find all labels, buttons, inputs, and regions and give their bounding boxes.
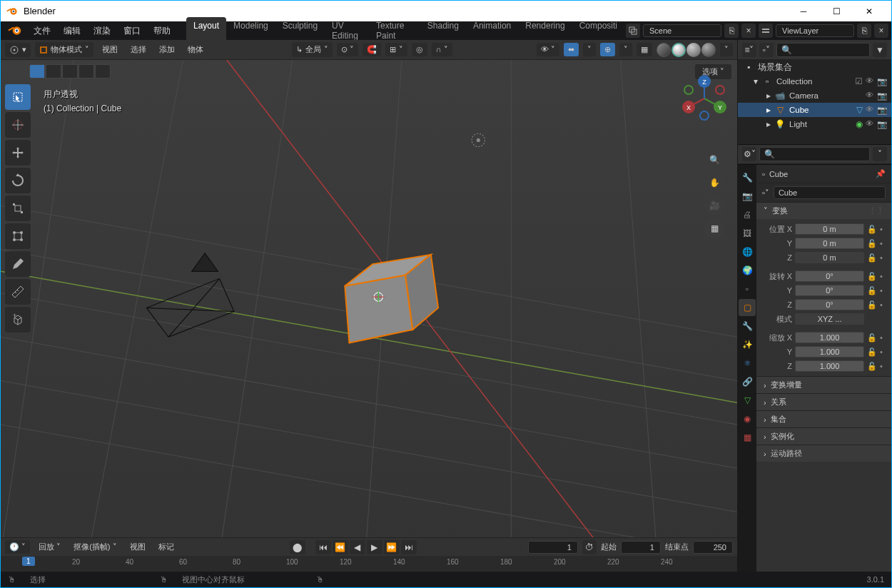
gizmo-dropdown[interactable]: ˅ (583, 43, 596, 56)
eye-icon[interactable]: 👁 (866, 91, 874, 101)
lock-icon[interactable]: 🔓 (867, 272, 877, 281)
camera-icon[interactable]: 📷 (877, 105, 887, 115)
maximize-button[interactable]: ☐ (820, 1, 853, 22)
outliner-collection[interactable]: ▾▫Collection☑👁📷 (738, 74, 891, 88)
select-mode-tweak[interactable] (29, 64, 45, 78)
tl-menu-playback[interactable]: 回放 ˅ (34, 539, 65, 554)
pivot-dropdown[interactable]: ⊙ ˅ (337, 43, 358, 56)
ptab-particles[interactable]: ✨ (739, 336, 756, 353)
tool-add-cube[interactable]: + (5, 307, 31, 333)
select-mode-box[interactable] (46, 64, 61, 78)
play-button[interactable]: ▶ (367, 540, 382, 554)
menu-edit[interactable]: 编辑 (58, 22, 86, 40)
scene-name-field[interactable]: Scene (643, 24, 721, 37)
shading-dropdown[interactable]: ˅ (720, 43, 733, 56)
jump-end-button[interactable]: ⏭ (401, 540, 417, 554)
vp-menu-view[interactable]: 视图 (98, 42, 122, 57)
start-frame-field[interactable]: 1 (621, 541, 661, 554)
ptab-tool[interactable]: 🔧 (739, 169, 756, 186)
editor-type-dropdown[interactable]: ▾ (5, 43, 31, 57)
ptab-constraints[interactable]: 🔗 (739, 373, 756, 390)
select-mode-circle[interactable] (62, 64, 78, 78)
pin-icon[interactable]: 📌 (876, 169, 886, 178)
scale-x-field[interactable]: 1.000 (795, 332, 864, 343)
ptab-output[interactable]: 🖨 (739, 206, 756, 223)
xray-toggle[interactable]: ▦ (637, 43, 652, 56)
scene-browse-button[interactable] (626, 24, 640, 38)
overlay-dropdown[interactable]: ˅ (619, 43, 632, 56)
lock-icon[interactable]: 🔓 (867, 362, 877, 371)
playhead[interactable]: 1 (22, 557, 35, 566)
close-button[interactable]: ✕ (853, 1, 886, 22)
current-frame-field[interactable]: 1 (528, 541, 578, 554)
outliner-scene-collection[interactable]: ▪场景集合 (738, 60, 891, 74)
vp-menu-object[interactable]: 物体 (183, 42, 208, 57)
ptab-material[interactable]: ◉ (739, 410, 756, 427)
properties-breadcrumb[interactable]: ▫Cube📌 (756, 165, 891, 183)
eye-icon[interactable]: 👁 (866, 105, 874, 115)
viewlayer-browse-button[interactable] (759, 24, 773, 38)
viewlayer-new-button[interactable]: ⎘ (857, 24, 871, 38)
outliner-item-cube[interactable]: ▸▽Cube▽👁📷 (738, 103, 891, 117)
timeline-editor-type[interactable]: 🕐 ˅ (5, 540, 30, 554)
panel-instancing[interactable]: ›实例化 (756, 427, 891, 445)
lock-icon[interactable]: 🔓 (867, 300, 877, 310)
ptab-modifiers[interactable]: 🔧 (739, 318, 756, 335)
outliner-editor-type[interactable]: ≡˅ (742, 43, 756, 57)
jump-prev-key-button[interactable]: ⏪ (333, 540, 348, 554)
panel-transform-header[interactable]: ˅变换⋮⋮ (756, 202, 891, 219)
scale-y-field[interactable]: 1.000 (795, 346, 864, 358)
tl-menu-keying[interactable]: 抠像(插帧) ˅ (69, 539, 121, 554)
ptab-data[interactable]: ▽ (739, 392, 756, 409)
properties-editor-type[interactable]: ⚙˅ (742, 147, 756, 161)
loc-y-field[interactable]: 0 m (795, 238, 864, 249)
properties-search[interactable]: 🔍 (759, 147, 870, 161)
tool-annotate[interactable] (5, 251, 31, 277)
end-frame-field[interactable]: 250 (693, 541, 733, 554)
loc-z-field[interactable]: 0 m (795, 252, 864, 263)
outliner-item-light[interactable]: ▸💡Light◉👁📷 (738, 117, 891, 131)
ptab-viewlayer[interactable]: 🖼 (739, 225, 756, 242)
camera-icon[interactable]: 📷 (877, 119, 887, 129)
mesh-data-icon[interactable]: ▽ (856, 105, 863, 115)
autokey-toggle[interactable]: ⬤ (290, 540, 305, 554)
outliner-search[interactable]: 🔍 (776, 43, 870, 57)
gizmo-toggle[interactable]: ⬌ (564, 43, 579, 56)
light-data-icon[interactable]: ◉ (856, 119, 863, 129)
panel-relations[interactable]: ›关系 (756, 393, 891, 410)
scene-delete-button[interactable]: × (741, 24, 756, 38)
checkbox-icon[interactable]: ☑ (855, 76, 863, 86)
play-reverse-button[interactable]: ◀ (350, 540, 365, 554)
menu-window[interactable]: 窗口 (118, 22, 146, 40)
shading-wireframe[interactable] (657, 43, 671, 57)
visibility-dropdown[interactable]: 👁 ˅ (537, 43, 559, 56)
menu-help[interactable]: 帮助 (148, 22, 176, 40)
scene-new-button[interactable]: ⎘ (724, 24, 739, 38)
scale-z-field[interactable]: 1.000 (795, 360, 864, 372)
camera-icon[interactable]: 📷 (877, 91, 887, 101)
tool-move[interactable] (5, 140, 31, 166)
snap-toggle[interactable]: 🧲 (363, 43, 381, 56)
shading-solid[interactable] (671, 43, 686, 57)
select-mode-lasso[interactable] (78, 64, 94, 78)
proportional-toggle[interactable]: ◎ (412, 43, 427, 56)
orientation-gizmo[interactable]: Y X Z (679, 73, 730, 124)
ptab-scene[interactable]: 🌐 (739, 243, 756, 260)
orientation-dropdown[interactable]: ↳ 全局 ˅ (292, 42, 333, 57)
vp-menu-add[interactable]: 添加 (155, 42, 179, 57)
lock-icon[interactable]: 🔓 (867, 253, 877, 263)
camera-icon[interactable]: 📷 (877, 76, 887, 86)
pan-button[interactable]: ✋ (704, 173, 724, 193)
tool-select-box[interactable] (5, 84, 31, 110)
overlay-toggle[interactable]: ⊕ (600, 43, 615, 56)
preview-range-toggle[interactable]: ⏱ (582, 540, 597, 554)
ptab-collection[interactable]: ▫ (739, 280, 756, 298)
jump-next-key-button[interactable]: ⏩ (384, 540, 400, 554)
ptab-texture[interactable]: ▦ (739, 429, 756, 446)
rot-x-field[interactable]: 0° (795, 270, 864, 282)
panel-delta-transform[interactable]: ›变换增量 (756, 376, 891, 393)
lock-icon[interactable]: 🔓 (867, 239, 877, 248)
tool-transform[interactable] (5, 223, 31, 249)
rot-z-field[interactable]: 0° (795, 299, 864, 310)
outliner-filter[interactable]: ▼ (873, 43, 887, 57)
